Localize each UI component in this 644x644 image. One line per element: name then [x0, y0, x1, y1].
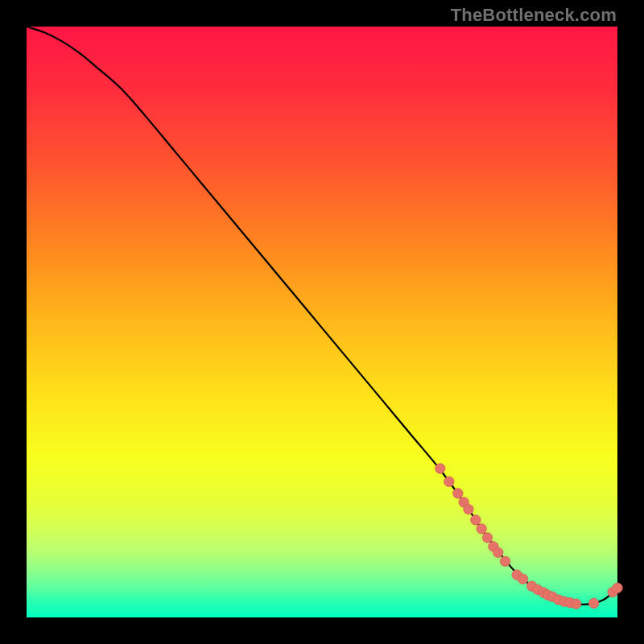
highlight-dot [471, 515, 481, 526]
highlight-dot [464, 504, 474, 514]
highlight-dot [453, 489, 464, 499]
highlight-dot [444, 477, 455, 487]
watermark-label: TheBottleneck.com [451, 5, 617, 26]
highlight-dot [477, 524, 487, 535]
highlight-dot [500, 556, 510, 567]
highlight-dot [493, 547, 503, 558]
chart-stage: TheBottleneck.com [0, 0, 644, 644]
highlight-dot [588, 598, 599, 609]
curve-line [27, 27, 617, 605]
highlight-dot [482, 533, 493, 543]
chart-overlay [27, 27, 617, 617]
highlight-dot [571, 599, 581, 609]
highlight-dot [613, 583, 623, 593]
highlight-dots [436, 464, 623, 609]
highlight-dot [518, 574, 528, 584]
highlight-dot [436, 464, 446, 474]
